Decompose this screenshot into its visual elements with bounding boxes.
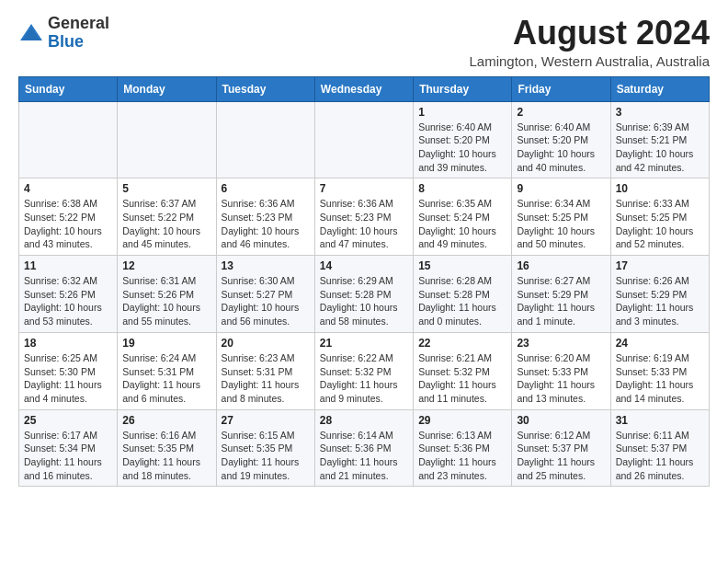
day-number: 12	[122, 259, 210, 272]
day-info: Sunrise: 6:39 AM Sunset: 5:21 PM Dayligh…	[616, 121, 704, 175]
day-info: Sunrise: 6:36 AM Sunset: 5:23 PM Dayligh…	[222, 197, 310, 251]
day-info: Sunrise: 6:16 AM Sunset: 5:35 PM Dayligh…	[122, 429, 210, 483]
day-info: Sunrise: 6:17 AM Sunset: 5:34 PM Dayligh…	[24, 429, 112, 483]
day-number: 16	[517, 259, 605, 272]
day-number: 14	[320, 259, 408, 272]
calendar-cell: 13Sunrise: 6:30 AM Sunset: 5:27 PM Dayli…	[216, 256, 314, 333]
calendar-cell: 19Sunrise: 6:24 AM Sunset: 5:31 PM Dayli…	[118, 332, 216, 409]
day-number: 22	[418, 337, 506, 350]
day-number: 21	[320, 337, 408, 350]
day-number: 29	[418, 414, 506, 427]
calendar-cell: 25Sunrise: 6:17 AM Sunset: 5:34 PM Dayli…	[19, 409, 118, 487]
calendar-cell: 18Sunrise: 6:25 AM Sunset: 5:30 PM Dayli…	[19, 332, 118, 409]
day-info: Sunrise: 6:23 AM Sunset: 5:31 PM Dayligh…	[222, 351, 310, 406]
calendar-cell	[118, 101, 216, 178]
calendar-cell: 27Sunrise: 6:15 AM Sunset: 5:35 PM Dayli…	[216, 409, 314, 487]
day-info: Sunrise: 6:12 AM Sunset: 5:37 PM Dayligh…	[517, 429, 605, 483]
calendar-week-row: 18Sunrise: 6:25 AM Sunset: 5:30 PM Dayli…	[19, 332, 710, 409]
day-info: Sunrise: 6:35 AM Sunset: 5:24 PM Dayligh…	[418, 197, 506, 251]
calendar-cell: 22Sunrise: 6:21 AM Sunset: 5:32 PM Dayli…	[414, 332, 512, 409]
day-number: 7	[320, 182, 408, 195]
day-number: 15	[418, 259, 506, 272]
calendar-cell: 10Sunrise: 6:33 AM Sunset: 5:25 PM Dayli…	[610, 178, 709, 256]
day-info: Sunrise: 6:24 AM Sunset: 5:31 PM Dayligh…	[122, 351, 210, 406]
day-number: 13	[222, 259, 310, 272]
calendar-cell: 28Sunrise: 6:14 AM Sunset: 5:36 PM Dayli…	[314, 409, 413, 487]
calendar-cell: 15Sunrise: 6:28 AM Sunset: 5:28 PM Dayli…	[414, 256, 512, 333]
day-info: Sunrise: 6:28 AM Sunset: 5:28 PM Dayligh…	[418, 274, 506, 328]
day-number: 9	[517, 182, 605, 195]
calendar-cell: 20Sunrise: 6:23 AM Sunset: 5:31 PM Dayli…	[216, 332, 314, 409]
calendar-dow-tuesday: Tuesday	[216, 76, 314, 101]
day-number: 24	[616, 337, 704, 350]
calendar-cell: 2Sunrise: 6:40 AM Sunset: 5:20 PM Daylig…	[512, 101, 610, 178]
calendar-cell: 31Sunrise: 6:11 AM Sunset: 5:37 PM Dayli…	[610, 409, 709, 487]
day-number: 17	[616, 259, 704, 272]
calendar-cell	[19, 101, 118, 178]
day-number: 30	[517, 414, 605, 427]
calendar-cell: 12Sunrise: 6:31 AM Sunset: 5:26 PM Dayli…	[118, 256, 216, 333]
calendar-cell: 16Sunrise: 6:27 AM Sunset: 5:29 PM Dayli…	[512, 256, 610, 333]
day-info: Sunrise: 6:22 AM Sunset: 5:32 PM Dayligh…	[320, 351, 408, 406]
calendar-cell: 5Sunrise: 6:37 AM Sunset: 5:22 PM Daylig…	[118, 178, 216, 256]
calendar-dow-saturday: Saturday	[610, 76, 709, 101]
calendar-cell: 11Sunrise: 6:32 AM Sunset: 5:26 PM Dayli…	[19, 256, 118, 333]
day-info: Sunrise: 6:34 AM Sunset: 5:25 PM Dayligh…	[517, 197, 605, 251]
day-number: 11	[24, 259, 112, 272]
day-info: Sunrise: 6:31 AM Sunset: 5:26 PM Dayligh…	[122, 274, 210, 328]
day-number: 31	[616, 414, 704, 427]
logo-text: General Blue	[48, 15, 109, 52]
calendar-cell: 24Sunrise: 6:19 AM Sunset: 5:33 PM Dayli…	[610, 332, 709, 409]
day-info: Sunrise: 6:30 AM Sunset: 5:27 PM Dayligh…	[222, 274, 310, 328]
day-number: 6	[222, 182, 310, 195]
month-year-title: August 2024	[469, 15, 710, 52]
calendar-cell: 8Sunrise: 6:35 AM Sunset: 5:24 PM Daylig…	[414, 178, 512, 256]
day-info: Sunrise: 6:11 AM Sunset: 5:37 PM Dayligh…	[616, 429, 704, 483]
calendar-cell: 17Sunrise: 6:26 AM Sunset: 5:29 PM Dayli…	[610, 256, 709, 333]
day-info: Sunrise: 6:15 AM Sunset: 5:35 PM Dayligh…	[222, 429, 310, 483]
calendar-cell: 29Sunrise: 6:13 AM Sunset: 5:36 PM Dayli…	[414, 409, 512, 487]
calendar-week-row: 11Sunrise: 6:32 AM Sunset: 5:26 PM Dayli…	[19, 256, 710, 333]
calendar-table: SundayMondayTuesdayWednesdayThursdayFrid…	[18, 76, 710, 488]
day-number: 1	[418, 106, 506, 119]
day-info: Sunrise: 6:36 AM Sunset: 5:23 PM Dayligh…	[320, 197, 408, 251]
calendar-cell: 1Sunrise: 6:40 AM Sunset: 5:20 PM Daylig…	[414, 101, 512, 178]
calendar-dow-sunday: Sunday	[19, 76, 118, 101]
page-header: General Blue August 2024 Lamington, West…	[18, 15, 710, 69]
day-number: 10	[616, 182, 704, 195]
day-info: Sunrise: 6:26 AM Sunset: 5:29 PM Dayligh…	[616, 274, 704, 328]
day-info: Sunrise: 6:38 AM Sunset: 5:22 PM Dayligh…	[24, 197, 112, 251]
day-info: Sunrise: 6:27 AM Sunset: 5:29 PM Dayligh…	[517, 274, 605, 328]
calendar-dow-monday: Monday	[118, 76, 216, 101]
calendar-cell: 26Sunrise: 6:16 AM Sunset: 5:35 PM Dayli…	[118, 409, 216, 487]
location-subtitle: Lamington, Western Australia, Australia	[469, 53, 710, 69]
calendar-cell: 4Sunrise: 6:38 AM Sunset: 5:22 PM Daylig…	[19, 178, 118, 256]
calendar-cell: 30Sunrise: 6:12 AM Sunset: 5:37 PM Dayli…	[512, 409, 610, 487]
day-number: 5	[122, 182, 210, 195]
calendar-cell: 23Sunrise: 6:20 AM Sunset: 5:33 PM Dayli…	[512, 332, 610, 409]
calendar-dow-thursday: Thursday	[414, 76, 512, 101]
calendar-cell: 6Sunrise: 6:36 AM Sunset: 5:23 PM Daylig…	[216, 178, 314, 256]
logo: General Blue	[18, 15, 109, 52]
day-number: 3	[616, 106, 704, 119]
day-number: 19	[122, 337, 210, 350]
calendar-cell	[314, 101, 413, 178]
day-number: 8	[418, 182, 506, 195]
calendar-week-row: 1Sunrise: 6:40 AM Sunset: 5:20 PM Daylig…	[19, 101, 710, 178]
day-info: Sunrise: 6:37 AM Sunset: 5:22 PM Dayligh…	[122, 197, 210, 251]
day-info: Sunrise: 6:13 AM Sunset: 5:36 PM Dayligh…	[418, 429, 506, 483]
day-number: 25	[24, 414, 112, 427]
day-number: 27	[222, 414, 310, 427]
day-info: Sunrise: 6:14 AM Sunset: 5:36 PM Dayligh…	[320, 429, 408, 483]
calendar-header-row: SundayMondayTuesdayWednesdayThursdayFrid…	[19, 76, 710, 101]
day-number: 18	[24, 337, 112, 350]
day-number: 20	[222, 337, 310, 350]
calendar-week-row: 25Sunrise: 6:17 AM Sunset: 5:34 PM Dayli…	[19, 409, 710, 487]
calendar-cell: 21Sunrise: 6:22 AM Sunset: 5:32 PM Dayli…	[314, 332, 413, 409]
day-info: Sunrise: 6:29 AM Sunset: 5:28 PM Dayligh…	[320, 274, 408, 328]
day-info: Sunrise: 6:33 AM Sunset: 5:25 PM Dayligh…	[616, 197, 704, 251]
calendar-cell: 3Sunrise: 6:39 AM Sunset: 5:21 PM Daylig…	[610, 101, 709, 178]
day-info: Sunrise: 6:32 AM Sunset: 5:26 PM Dayligh…	[24, 274, 112, 328]
logo-icon	[18, 20, 44, 46]
day-info: Sunrise: 6:40 AM Sunset: 5:20 PM Dayligh…	[517, 121, 605, 175]
